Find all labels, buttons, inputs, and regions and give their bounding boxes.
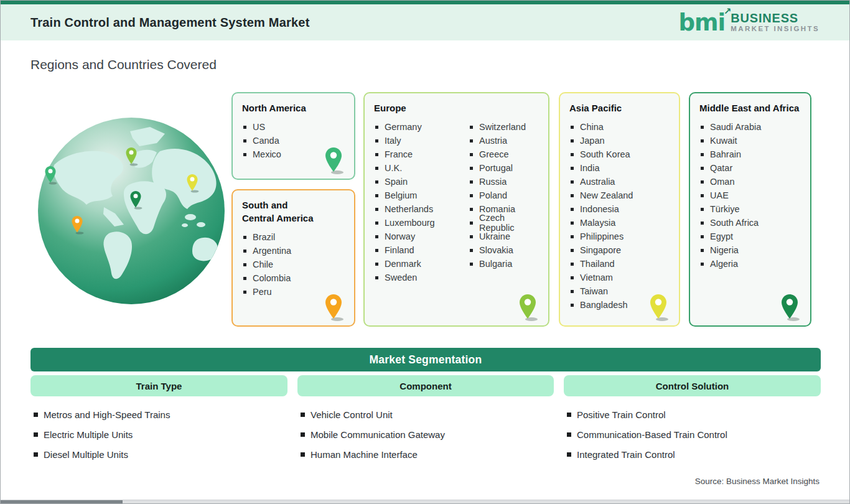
- logo-line1: BUSINESS: [731, 12, 820, 25]
- country-label: Belgium: [385, 190, 417, 200]
- country-label: UAE: [710, 190, 729, 200]
- segment-header-component: Component: [297, 375, 554, 396]
- country-label: Türkiye: [710, 204, 740, 214]
- bullet-icon: [301, 452, 305, 457]
- segment-item-label: Diesel Multiple Units: [44, 449, 128, 460]
- country-item: Greece: [469, 147, 539, 161]
- country-item: Czech Republic: [469, 216, 539, 230]
- bullet-icon: [375, 153, 378, 156]
- segment-item: Electric Multiple Units: [34, 424, 291, 444]
- page-title: Train Control and Management System Mark…: [30, 16, 310, 30]
- country-label: Bangladesh: [580, 300, 628, 310]
- bullet-icon: [701, 139, 704, 142]
- country-item: Slovakia: [469, 243, 539, 257]
- bullet-icon: [34, 452, 38, 457]
- bullet-icon: [470, 222, 473, 225]
- bullet-icon: [571, 153, 574, 156]
- bullet-icon: [375, 276, 378, 279]
- country-label: France: [385, 149, 413, 159]
- segment-item: Communication-Based Train Control: [567, 424, 824, 444]
- country-list: USCandaMexico: [242, 120, 281, 161]
- bullet-icon: [701, 222, 704, 225]
- country-label: Greece: [479, 149, 509, 159]
- country-label: Russia: [479, 177, 507, 187]
- country-item: UAE: [699, 189, 761, 202]
- segment-item: Human Machine Interface: [301, 444, 557, 464]
- country-label: Portugal: [479, 163, 513, 173]
- horizontal-scrollbar-track[interactable]: [1, 500, 849, 503]
- country-item: Malaysia: [569, 216, 633, 230]
- country-item: South Africa: [699, 216, 761, 230]
- location-pin-icon: [517, 293, 538, 322]
- country-item: Colombia: [242, 271, 291, 285]
- country-label: Austria: [479, 136, 507, 146]
- country-label: Algeria: [710, 259, 738, 269]
- country-label: Oman: [710, 177, 735, 187]
- bmi-logo-text: BUSINESS MARKET INSIGHTS: [731, 12, 820, 32]
- country-item: Norway: [374, 230, 466, 243]
- header-band: Train Control and Management System Mark…: [1, 4, 849, 40]
- country-label: Kuwait: [710, 136, 737, 146]
- bullet-icon: [375, 263, 378, 266]
- country-item: Germany: [374, 120, 466, 134]
- bullet-icon: [243, 126, 246, 129]
- country-label: Indonesia: [580, 204, 619, 214]
- country-item: Saudi Arabia: [699, 120, 761, 134]
- country-item: Luxembourg: [374, 216, 466, 230]
- country-item: Oman: [699, 175, 761, 189]
- bullet-icon: [243, 291, 246, 294]
- region-title: Middle East and Africa: [699, 101, 801, 114]
- bullet-icon: [701, 153, 704, 156]
- bullet-icon: [701, 167, 704, 170]
- segment-list-control-solution: Positive Train ControlCommunication-Base…: [567, 404, 824, 464]
- country-item: Austria: [469, 134, 539, 147]
- segment-item: Integrated Train Control: [567, 444, 824, 464]
- bullet-icon: [571, 180, 574, 184]
- segment-item: Vehicle Control Unit: [301, 404, 557, 424]
- country-item: Belgium: [374, 189, 466, 202]
- country-item: Netherlands: [374, 202, 466, 216]
- country-item: US: [242, 120, 281, 134]
- region-title: North America: [242, 101, 345, 114]
- country-item: Indonesia: [569, 202, 633, 216]
- country-item: Canda: [242, 134, 281, 147]
- country-list: GermanyItalyFranceU.K.SpainBelgiumNether…: [374, 120, 466, 284]
- country-label: Saudi Arabia: [710, 122, 761, 132]
- country-item: Bulgaria: [469, 257, 539, 271]
- bullet-icon: [243, 277, 246, 280]
- segment-item-label: Communication-Based Train Control: [577, 429, 727, 440]
- horizontal-scrollbar-thumb[interactable]: [1, 500, 123, 503]
- country-label: Denmark: [385, 259, 421, 269]
- country-item: Japan: [569, 134, 633, 147]
- bullet-icon: [375, 249, 378, 252]
- segmentation-title: Market Segmentation: [370, 353, 482, 366]
- country-item: Switzerland: [469, 120, 539, 134]
- country-list: ChinaJapanSouth KoreaIndiaAustraliaNew Z…: [569, 120, 633, 312]
- country-label: Slovakia: [479, 245, 513, 255]
- bullet-icon: [571, 194, 574, 197]
- region-card-south-and-central-america: South and Central AmericaBrazilArgentina…: [231, 189, 355, 327]
- country-item: Bangladesh: [569, 298, 633, 312]
- country-label: Taiwan: [580, 286, 608, 296]
- country-label: U.K.: [385, 163, 402, 173]
- bullet-icon: [375, 139, 378, 142]
- country-label: Brazil: [253, 232, 275, 242]
- segment-list-component: Vehicle Control UnitMobile Communication…: [301, 404, 557, 464]
- country-label: US: [253, 122, 265, 132]
- country-label: New Zealand: [580, 190, 633, 200]
- bullet-icon: [243, 236, 246, 239]
- country-item: Nigeria: [699, 243, 761, 257]
- bullet-icon: [34, 432, 38, 437]
- bullet-icon: [243, 153, 246, 156]
- country-item: Poland: [469, 189, 539, 202]
- country-item: China: [569, 120, 633, 134]
- source-note: Source: Business Market Insights: [695, 477, 820, 486]
- country-label: Singapore: [580, 245, 621, 255]
- country-item: Mexico: [242, 147, 281, 161]
- region-title: Europe: [374, 101, 539, 114]
- bullet-icon: [701, 208, 704, 211]
- country-item: New Zealand: [569, 189, 633, 202]
- bullet-icon: [470, 153, 473, 156]
- country-item: Russia: [469, 175, 539, 189]
- country-item: Algeria: [699, 257, 761, 271]
